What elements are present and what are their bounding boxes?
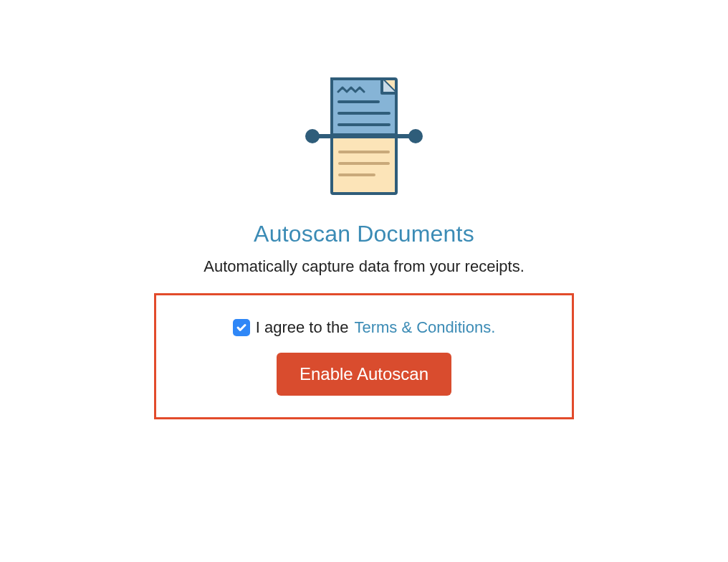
enable-autoscan-button[interactable]: Enable Autoscan xyxy=(277,353,451,396)
hero-section: Autoscan Documents Automatically capture… xyxy=(154,72,574,419)
agree-checkbox[interactable] xyxy=(233,319,250,336)
consent-box: I agree to the Terms & Conditions. Enabl… xyxy=(154,293,574,419)
page-title: Autoscan Documents xyxy=(254,221,474,247)
page: Autoscan Documents Automatically capture… xyxy=(0,0,728,562)
document-scan-icon xyxy=(292,72,436,201)
svg-point-8 xyxy=(305,129,320,143)
check-icon xyxy=(236,322,247,333)
svg-point-9 xyxy=(408,129,423,143)
agree-prefix-text: I agree to the xyxy=(256,318,349,337)
page-subtitle: Automatically capture data from your rec… xyxy=(203,257,525,276)
terms-link[interactable]: Terms & Conditions. xyxy=(354,318,495,337)
agree-row: I agree to the Terms & Conditions. xyxy=(233,318,496,337)
